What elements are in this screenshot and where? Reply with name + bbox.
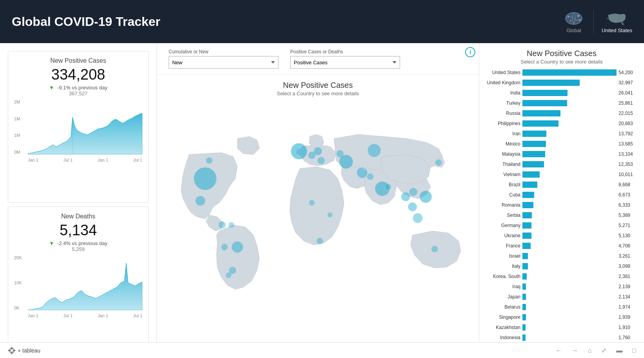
bar-row[interactable]: Ukraine 5,130 — [483, 232, 640, 240]
bar-track — [522, 253, 617, 259]
bar-fill — [522, 294, 526, 300]
bar-fill — [522, 253, 528, 259]
bar-row[interactable]: Thailand 12,353 — [483, 160, 640, 168]
deaths-change-arrow: ▼ — [49, 240, 54, 246]
svg-rect-10 — [13, 350, 15, 351]
cumulative-select[interactable]: New Cumulative — [169, 56, 278, 69]
bar-value: 6,673 — [619, 192, 640, 198]
cases-filter-label: Positive Cases or Deaths — [290, 49, 400, 55]
svg-rect-16 — [13, 349, 15, 350]
bar-fill — [522, 283, 526, 290]
svg-point-47 — [226, 273, 231, 278]
bar-track — [522, 151, 617, 157]
bar-value: 5,130 — [619, 233, 640, 238]
bar-value: 2,381 — [619, 274, 640, 279]
bar-row[interactable]: France 4,706 — [483, 242, 640, 250]
deaths-x-labels: Jan 1 Jul 1 Jan 1 Jul 1 — [28, 313, 142, 318]
bar-track — [522, 120, 617, 127]
map-container: New Positive Cases Select a Country to s… — [157, 75, 479, 358]
bar-row[interactable]: Japan 2,134 — [483, 293, 640, 301]
svg-rect-8 — [11, 352, 13, 354]
bar-fill — [522, 222, 531, 229]
app-title: Global COVID-19 Tracker — [12, 15, 160, 29]
bar-value: 5,389 — [619, 213, 640, 218]
bar-value: 2,139 — [619, 284, 640, 289]
bar-row[interactable]: Turkey 25,861 — [483, 99, 640, 107]
bar-fill — [522, 202, 533, 208]
world-icon — [562, 10, 586, 27]
bar-value: 8,668 — [619, 182, 640, 187]
bar-row[interactable]: Romania 6,333 — [483, 201, 640, 209]
bar-track — [522, 171, 617, 178]
bar-row[interactable]: United States 54,200 — [483, 69, 640, 76]
footer-nav: ← → ⌂ ⤢ ▬ □ — [157, 342, 644, 358]
header-navigation: Global United States — [562, 10, 632, 33]
bar-fill — [522, 314, 526, 320]
cases-select[interactable]: Positive Cases Deaths — [290, 56, 400, 69]
fullscreen-icon[interactable]: □ — [632, 347, 636, 354]
bar-chart-container[interactable]: United States 54,200 United Kingdom 32,9… — [479, 67, 644, 358]
bar-row[interactable]: Singapore 1,939 — [483, 313, 640, 321]
bar-row[interactable]: Korea, South 2,381 — [483, 273, 640, 280]
deaths-change-text: -2.4% vs previous day — [57, 240, 107, 246]
cases-change-text: -9.1% vs previous day — [57, 85, 107, 91]
svg-point-28 — [196, 196, 206, 206]
bar-value: 10,011 — [619, 172, 640, 177]
share-icon[interactable]: ⤢ — [601, 347, 606, 354]
bar-row[interactable]: Malaysia 13,104 — [483, 150, 640, 158]
bar-track — [522, 222, 617, 229]
bar-row[interactable]: Germany 5,271 — [483, 222, 640, 229]
bar-row[interactable]: Israel 3,261 — [483, 252, 640, 260]
bar-fill — [522, 324, 526, 331]
bar-value: 3,261 — [619, 253, 640, 259]
bar-country-name: Singapore — [483, 314, 522, 320]
device-icon[interactable]: ▬ — [616, 347, 622, 354]
bar-value: 26,041 — [619, 90, 640, 96]
bar-country-name: Germany — [483, 223, 522, 228]
bar-row[interactable]: India 26,041 — [483, 89, 640, 97]
bar-row[interactable]: Iran 13,792 — [483, 130, 640, 138]
info-button[interactable]: i — [465, 47, 475, 57]
bar-track — [522, 304, 617, 310]
bar-fill — [522, 334, 526, 341]
bar-country-name: France — [483, 243, 522, 249]
nav-global[interactable]: Global — [562, 10, 586, 33]
bar-row[interactable]: Italy 3,099 — [483, 262, 640, 270]
bar-fill — [522, 161, 544, 167]
svg-point-45 — [431, 246, 438, 252]
bar-country-name: Iraq — [483, 284, 522, 289]
us-map-icon — [605, 10, 629, 27]
main-content: New Positive Cases 334,208 ▼ -9.1% vs pr… — [0, 43, 644, 358]
bar-country-name: Russia — [483, 111, 522, 116]
home-icon[interactable]: ⌂ — [588, 347, 592, 354]
bar-row[interactable]: Brazil 8,668 — [483, 181, 640, 189]
bar-row[interactable]: Cuba 6,673 — [483, 191, 640, 199]
svg-point-4 — [579, 19, 581, 21]
bar-row[interactable]: Iraq 2,139 — [483, 283, 640, 291]
bar-track — [522, 90, 617, 96]
bar-row[interactable]: Belarus 1,974 — [483, 303, 640, 311]
svg-point-23 — [232, 242, 243, 253]
nav-us[interactable]: United States — [602, 10, 632, 33]
tableau-footer: + tableau — [0, 342, 157, 358]
bar-row[interactable]: Russia 22,015 — [483, 109, 640, 117]
bar-row[interactable]: Indonesia 1,760 — [483, 334, 640, 342]
world-map[interactable] — [157, 96, 479, 349]
bar-country-name: Philippines — [483, 121, 522, 126]
bar-row[interactable]: Kazakhstan 1,910 — [483, 323, 640, 331]
svg-point-29 — [413, 213, 423, 223]
forward-icon[interactable]: → — [572, 347, 578, 354]
svg-point-31 — [308, 152, 315, 159]
bar-track — [522, 161, 617, 167]
tableau-logo-icon — [8, 347, 16, 354]
bar-row[interactable]: United Kingdom 32,997 — [483, 79, 640, 87]
back-icon[interactable]: ← — [556, 347, 562, 354]
bar-row[interactable]: Vietnam 10,011 — [483, 171, 640, 178]
bar-fill — [522, 80, 580, 86]
bar-chart-header: New Positive Cases Select a Country to s… — [479, 43, 644, 67]
bar-value: 54,200 — [619, 70, 640, 75]
cases-chart: 2M 1M 1M 0M — [14, 100, 142, 162]
bar-row[interactable]: Philippines 20,683 — [483, 120, 640, 127]
bar-row[interactable]: Serbia 5,389 — [483, 211, 640, 219]
bar-row[interactable]: Mexico 13,685 — [483, 140, 640, 148]
